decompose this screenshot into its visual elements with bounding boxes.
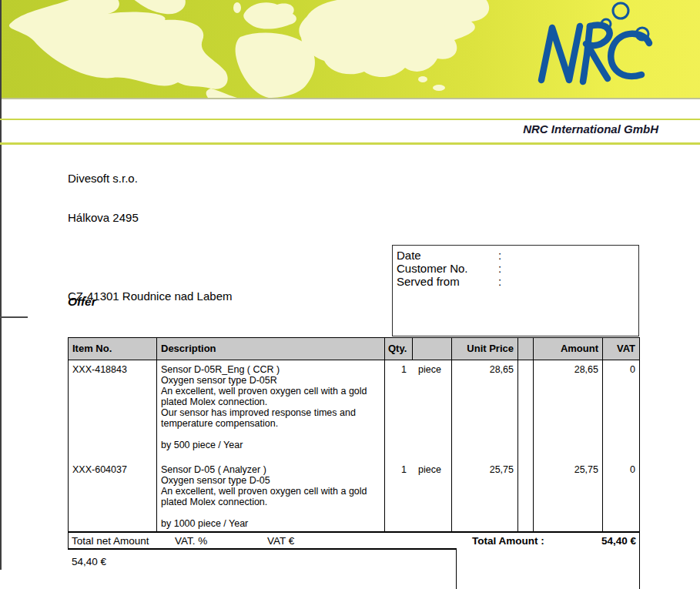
recipient-line-1: Divesoft s.r.o. [68, 172, 232, 185]
table-border [384, 337, 385, 533]
table-border [517, 337, 518, 533]
table-border [451, 337, 452, 533]
fold-mark [0, 316, 28, 318]
info-row-served-from: Served from: [397, 275, 638, 288]
world-map-graphic [0, 0, 700, 98]
recipient-line-2: Hálkova 2495 [68, 211, 232, 224]
footer-box-border [456, 548, 457, 589]
row1-vat: 0 [602, 364, 635, 375]
col-header-item-no: Item No. [72, 337, 112, 360]
totals-vat-eur-label: VAT € [267, 533, 294, 550]
document-title: Offer [68, 295, 96, 309]
col-header-vat: VAT [602, 337, 635, 360]
table-border [639, 337, 640, 589]
banner [0, 0, 700, 99]
page-edge-line [0, 0, 2, 570]
info-label: Served from [397, 275, 498, 288]
info-label: Customer No. [397, 262, 498, 275]
info-separator: : [498, 262, 501, 275]
row2-item-no: XXX-604037 [72, 464, 127, 475]
table-border [68, 360, 640, 360]
col-header-unit-price: Unit Price [451, 337, 514, 360]
row2-qty: 1 [384, 464, 407, 475]
row1-description: Sensor D-05R_Eng ( CCR ) Oxygen sensor t… [161, 364, 367, 450]
col-header-description: Description [161, 337, 216, 360]
total-net-value: 54,40 € [72, 556, 106, 567]
info-label: Date [397, 249, 498, 262]
row1-amount: 28,65 [533, 364, 598, 375]
row1-item-no: XXX-418843 [72, 364, 127, 375]
table-border [68, 337, 640, 338]
row2-vat: 0 [602, 464, 635, 475]
divider-rule-bottom [0, 142, 700, 145]
row1-unit-price: 28,65 [451, 364, 514, 375]
nrc-logo [541, 3, 649, 82]
recipient-line-blank [68, 250, 232, 263]
divider-rule-top [0, 119, 700, 120]
company-name: NRC International GmbH [523, 122, 658, 136]
table-border [68, 337, 69, 550]
table-border [602, 337, 603, 533]
document-info-box: Date: Customer No.: Served from: [392, 245, 639, 336]
table-border [533, 337, 534, 533]
row1-qty: 1 [384, 364, 407, 375]
row2-amount: 25,75 [533, 464, 598, 475]
col-header-qty: Qty. [388, 337, 407, 360]
total-amount-value: 54,40 € [533, 533, 636, 550]
info-row-date: Date: [397, 249, 638, 262]
offer-document-page: NRC International GmbH Divesoft s.r.o. H… [0, 0, 700, 589]
row1-unit: piece [418, 364, 441, 375]
info-separator: : [498, 275, 501, 288]
table-border [412, 337, 413, 360]
totals-vat-pct-label: VAT. % [175, 533, 207, 550]
col-header-amount: Amount [533, 337, 598, 360]
row2-unit-price: 25,75 [451, 464, 514, 475]
table-border [156, 337, 157, 533]
info-separator: : [498, 249, 501, 262]
row2-description: Sensor D-05 ( Analyzer ) Oxygen sensor t… [161, 464, 367, 529]
totals-net-label: Total net Amount [72, 533, 149, 550]
row2-unit: piece [418, 464, 441, 475]
info-row-customer-no: Customer No.: [397, 262, 638, 275]
